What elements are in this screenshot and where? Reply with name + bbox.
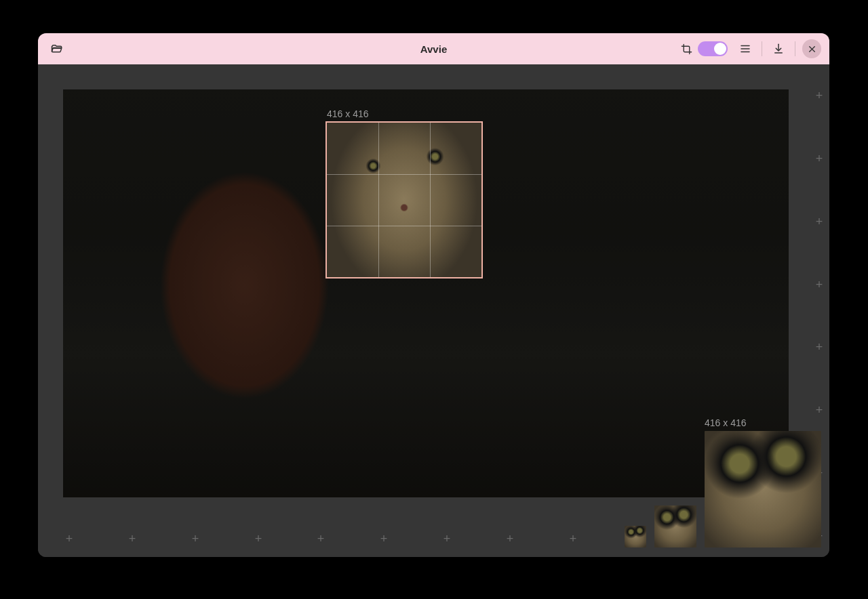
main-image[interactable]: 416 x 416 xyxy=(63,89,789,497)
preview-thumb-medium[interactable] xyxy=(654,505,696,548)
ruler-mark[interactable]: + xyxy=(378,533,390,545)
preview-image xyxy=(705,431,821,548)
preview-thumb-large[interactable]: 416 x 416 xyxy=(705,431,821,548)
ruler-mark[interactable]: + xyxy=(813,152,825,165)
ruler-mark[interactable]: + xyxy=(126,533,138,545)
crop-selection[interactable]: 416 x 416 xyxy=(326,121,483,278)
ruler-mark[interactable]: + xyxy=(813,341,825,353)
close-button[interactable] xyxy=(802,39,821,58)
grid-line xyxy=(327,226,481,226)
ruler-mark[interactable]: + xyxy=(813,89,825,102)
grid-line xyxy=(327,174,481,175)
ruler-mark[interactable]: + xyxy=(315,533,327,545)
titlebar: Avvie xyxy=(38,33,829,64)
ruler-mark[interactable]: + xyxy=(567,533,579,545)
ruler-mark[interactable]: + xyxy=(813,278,825,291)
preview-size-label: 416 x 416 xyxy=(705,417,747,428)
crop-size-label: 416 x 416 xyxy=(327,108,369,119)
canvas-area[interactable]: 416 x 416 + + + + + + + + + xyxy=(38,64,829,557)
ruler-mark[interactable]: + xyxy=(813,215,825,228)
ruler-mark[interactable]: + xyxy=(252,533,264,545)
toolbar-divider xyxy=(795,41,795,56)
ruler-mark[interactable]: + xyxy=(504,533,516,545)
toolbar-divider xyxy=(762,41,762,56)
ruler-horizontal: + + + + + + + + + + + xyxy=(63,533,812,548)
export-button[interactable] xyxy=(765,37,792,61)
crop-toggle[interactable] xyxy=(698,41,728,56)
ruler-mark[interactable]: + xyxy=(813,404,825,416)
crop-photo xyxy=(327,123,481,277)
download-icon xyxy=(772,43,785,55)
crop-content xyxy=(327,123,481,277)
app-window: Avvie 416 x 416 xyxy=(38,33,829,557)
preview-image xyxy=(654,505,696,548)
grid-line xyxy=(378,123,379,277)
grid-line xyxy=(430,123,431,277)
ruler-mark[interactable]: + xyxy=(63,533,75,545)
menu-button[interactable] xyxy=(732,37,759,61)
ruler-mark[interactable]: + xyxy=(189,533,201,545)
open-file-button[interactable] xyxy=(43,37,71,61)
crop-icon xyxy=(681,43,692,55)
preview-image xyxy=(625,526,646,548)
hamburger-icon xyxy=(739,43,751,55)
toggle-knob xyxy=(714,43,726,55)
close-icon xyxy=(808,45,816,54)
folder-open-icon xyxy=(51,43,63,55)
ruler-mark[interactable]: + xyxy=(441,533,453,545)
preview-thumb-small[interactable] xyxy=(625,526,646,548)
